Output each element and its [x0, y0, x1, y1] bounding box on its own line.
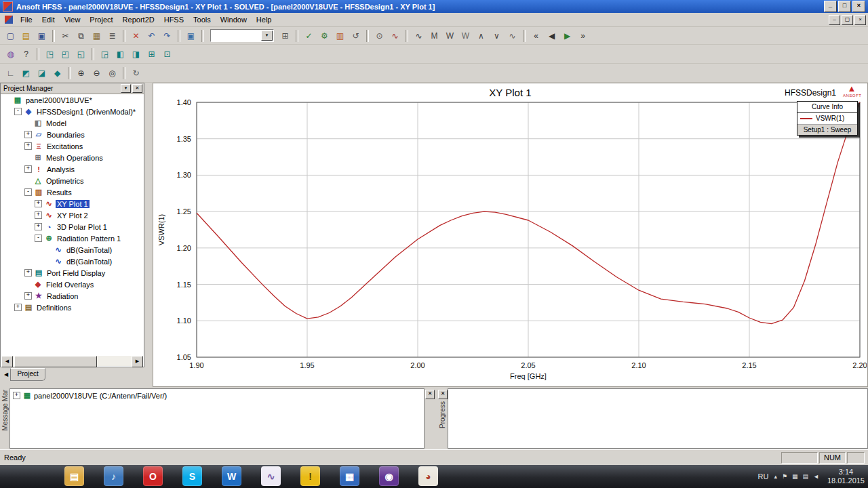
child-close-button[interactable]: × — [854, 15, 866, 25]
material-combo[interactable]: ▼ — [210, 29, 274, 42]
menu-help[interactable]: Help — [252, 14, 277, 26]
plane-xy-icon[interactable]: ◲ — [98, 47, 112, 61]
tray-keyboard-icon[interactable]: ▦ — [792, 473, 798, 480]
redo-icon[interactable]: ↷ — [160, 28, 174, 43]
cut-icon[interactable]: ✂ — [58, 28, 73, 43]
selection-mode-icon[interactable]: ▣ — [184, 28, 198, 43]
tree-item-analysis[interactable]: +!Analysis — [1, 163, 143, 175]
close-button[interactable]: × — [852, 1, 865, 12]
rect-plot-icon[interactable]: ∿ — [412, 28, 426, 43]
tree-item-definitions[interactable]: +▤Definitions — [1, 302, 143, 313]
expand-icon[interactable]: + — [35, 223, 42, 230]
edge-select-icon[interactable]: ◪ — [35, 66, 49, 80]
vertex-select-icon[interactable]: ◆ — [50, 66, 64, 80]
next-frame-icon[interactable]: ▶ — [560, 28, 574, 43]
taskbar-paint-icon[interactable]: ◕ — [418, 466, 438, 486]
progress-panel-close-icon[interactable]: ✕ — [438, 390, 448, 399]
copy-icon[interactable]: ⧉ — [74, 28, 88, 43]
solve-loop-icon[interactable]: ↺ — [349, 28, 363, 43]
first-frame-icon[interactable]: « — [529, 28, 543, 43]
combo-dropdown-icon[interactable]: ▼ — [261, 30, 273, 41]
tree-item-optimetrics[interactable]: △Optimetrics — [1, 175, 143, 186]
scroll-left-icon[interactable]: ◀ — [1, 356, 13, 367]
zoom-in-icon[interactable]: ⊕ — [74, 66, 88, 80]
3d-plot-icon[interactable]: ∨ — [490, 28, 504, 43]
stacked-plot-icon[interactable]: M — [427, 28, 441, 43]
menu-hfss[interactable]: HFSS — [159, 14, 189, 26]
zoom-out-icon[interactable]: ⊖ — [90, 66, 104, 80]
plane-yz-icon[interactable]: ◧ — [113, 47, 127, 61]
expand-icon[interactable]: + — [13, 392, 20, 399]
menu-project[interactable]: Project — [85, 14, 117, 26]
language-indicator[interactable]: RU — [757, 472, 768, 481]
taskbar-webmoney-icon[interactable]: W — [222, 466, 241, 486]
polar-plot-tool-icon[interactable]: W — [443, 28, 457, 43]
smith-chart-icon[interactable]: W — [458, 28, 473, 43]
tree-item-model[interactable]: ◧Model — [1, 117, 143, 129]
zoom-plot-icon[interactable]: ⊙ — [372, 28, 387, 43]
expand-icon[interactable]: + — [24, 165, 32, 173]
face-select-icon[interactable]: ◩ — [19, 66, 33, 80]
expand-icon[interactable]: + — [35, 211, 42, 219]
taskbar-save-icon[interactable]: ▦ — [340, 466, 359, 486]
create-report-icon[interactable]: ∿ — [388, 28, 402, 43]
curve-info-legend[interactable]: Curve Info VSWR(1) Setup1 : Sweep — [797, 101, 858, 136]
tree-item-db-gaintotal[interactable]: ∿dB(GainTotal) — [1, 256, 143, 267]
data-table-icon[interactable]: ∧ — [474, 28, 488, 43]
save-icon[interactable]: ▣ — [35, 28, 49, 43]
expand-icon[interactable]: + — [24, 269, 32, 277]
print-icon[interactable]: ≣ — [105, 28, 119, 43]
tree-item-db-gaintotal[interactable]: ∿dB(GainTotal) — [1, 244, 143, 256]
tree-item-panel2000v18uve[interactable]: ▦panel2000V18UVE* — [1, 94, 143, 106]
results-toolbar-icon[interactable]: ▥ — [333, 28, 347, 43]
taskbar-volume-icon[interactable]: ♪ — [104, 466, 123, 486]
grid-display-icon[interactable]: ⊞ — [144, 47, 159, 61]
tree-item-xy-plot-1[interactable]: +∿XY Plot 1 — [1, 198, 143, 209]
menu-tools[interactable]: Tools — [189, 14, 216, 26]
tree-item-3d-polar-plot-1[interactable]: +◔3D Polar Plot 1 — [1, 221, 143, 232]
tree-item-mesh-operations[interactable]: ⊞Mesh Operations — [1, 152, 143, 163]
expand-icon[interactable]: + — [24, 142, 32, 150]
message-panel-close-icon[interactable]: ✕ — [425, 390, 435, 399]
tree-item-boundaries[interactable]: +▱Boundaries — [1, 129, 143, 140]
horizontal-scrollbar[interactable]: ◀ ▶ — [1, 356, 143, 366]
rotate-view-icon[interactable]: ↻ — [129, 66, 143, 80]
excitation-display-icon[interactable]: ◰ — [58, 47, 73, 61]
last-frame-icon[interactable]: » — [576, 28, 590, 43]
prev-frame-icon[interactable]: ◀ — [545, 28, 559, 43]
zoom-fit-icon[interactable]: ◎ — [105, 66, 119, 80]
taskbar-opera-icon[interactable]: O — [143, 466, 163, 486]
new-icon[interactable]: ▢ — [3, 28, 18, 43]
pin-icon[interactable]: ▾ — [121, 84, 131, 93]
tree-item-radiation[interactable]: +★Radiation — [1, 290, 143, 302]
tree-item-field-overlays[interactable]: ◆Field Overlays — [1, 279, 143, 290]
tray-display-icon[interactable]: ▤ — [803, 473, 809, 480]
collapse-icon[interactable]: - — [24, 188, 32, 196]
undo-icon[interactable]: ↶ — [144, 28, 159, 43]
boundary-display-icon[interactable]: ◳ — [43, 47, 57, 61]
scrollbar-thumb[interactable] — [14, 356, 97, 367]
taskbar-signature-icon[interactable]: ∿ — [261, 466, 281, 486]
child-minimize-button[interactable]: – — [829, 15, 840, 25]
tab-project[interactable]: Project — [10, 368, 45, 381]
tree-item-hfssdesign1-drivenmodal[interactable]: -◈HFSSDesign1 (DrivenModal)* — [1, 106, 143, 117]
paste-icon[interactable]: ▦ — [90, 28, 104, 43]
tray-chevron-icon[interactable]: ▴ — [774, 473, 777, 480]
mesh-display-icon[interactable]: ◱ — [74, 47, 88, 61]
menu-report2d[interactable]: Report2D — [118, 14, 159, 26]
delete-icon[interactable]: ✕ — [129, 28, 143, 43]
tree-item-results[interactable]: -▥Results — [1, 186, 143, 198]
tree-item-xy-plot-2[interactable]: +∿XY Plot 2 — [1, 209, 143, 221]
expand-icon[interactable]: + — [24, 131, 32, 138]
tree-item-port-field-display[interactable]: +▤Port Field Display — [1, 267, 143, 279]
analyze-icon[interactable]: ⚙ — [317, 28, 332, 43]
message-item[interactable]: + ▦ panel2000V18UVE (C:/Antenn/Fail/Ver/… — [10, 389, 424, 402]
clock[interactable]: 3:14 18.01.2015 — [827, 468, 865, 485]
menu-view[interactable]: View — [60, 14, 85, 26]
taskbar-explorer-icon[interactable]: ▤ — [64, 466, 84, 486]
child-restore-button[interactable]: ▢ — [842, 15, 853, 25]
collapse-icon[interactable]: - — [35, 235, 42, 242]
help-pointer-icon[interactable]: ? — [19, 47, 33, 61]
tree-item-radiation-pattern-1[interactable]: -⊕Radiation Pattern 1 — [1, 232, 143, 244]
object-display-icon[interactable]: ⊡ — [160, 47, 174, 61]
